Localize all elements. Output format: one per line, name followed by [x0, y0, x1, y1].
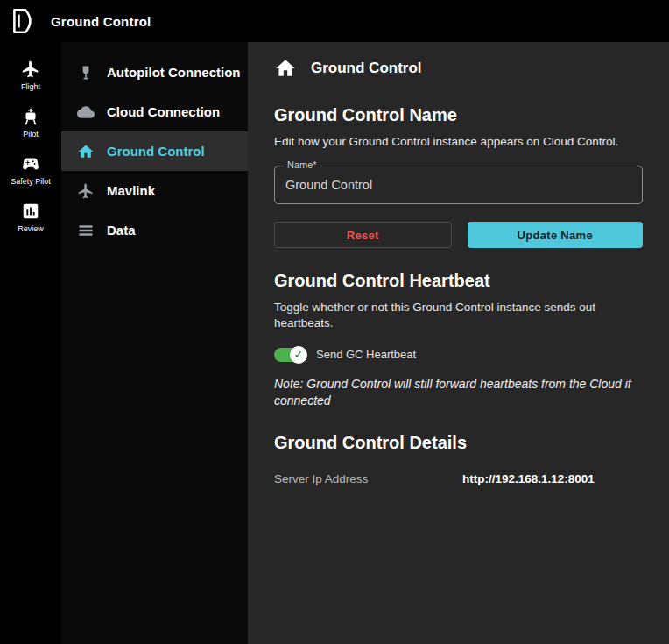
name-input[interactable] [275, 178, 642, 192]
page-header: Ground Control [274, 54, 643, 82]
detail-row-server-ip: Server Ip Address http://192.168.1.12:80… [274, 472, 643, 485]
autopilot-icon [77, 64, 95, 81]
brand-d-logo [9, 6, 39, 36]
sidebar-item-cloud-connection[interactable]: Cloud Connection [61, 92, 248, 131]
sidebar-item-label: Cloud Connection [107, 104, 220, 119]
settings-sidebar: Autopilot Connection Cloud Connection Gr… [61, 42, 248, 644]
heartbeat-toggle-row: ✓ Send GC Heartbeat [274, 348, 643, 362]
pilot-controller-icon [21, 107, 40, 126]
rail-label: Flight [21, 82, 40, 91]
main-content: Ground Control Ground Control Name Edit … [248, 42, 669, 644]
cloud-icon [77, 103, 95, 121]
sidebar-item-label: Ground Control [107, 144, 205, 159]
update-name-button[interactable]: Update Name [468, 222, 644, 248]
check-icon: ✓ [290, 346, 307, 364]
detail-value: http://192.168.1.12:8001 [462, 472, 595, 485]
top-bar: Ground Control [0, 0, 669, 42]
list-icon [77, 222, 95, 239]
detail-label: Server Ip Address [274, 472, 462, 485]
rail-label: Pilot [23, 130, 39, 138]
sidebar-item-data[interactable]: Data [61, 210, 248, 250]
airplane-icon [21, 60, 40, 79]
rail-label: Safety Pilot [11, 177, 51, 186]
rail-item-review[interactable]: Review [0, 195, 61, 242]
home-icon [274, 57, 297, 80]
app-title: Ground Control [51, 14, 151, 29]
heartbeat-note: Note: Ground Control will still forward … [274, 376, 643, 410]
name-field-label: Name* [284, 159, 320, 170]
rail-item-safety-pilot[interactable]: Safety Pilot [0, 147, 61, 195]
sidebar-item-ground-control[interactable]: Ground Control [61, 131, 248, 171]
sidebar-item-label: Autopilot Connection [107, 65, 240, 80]
sidebar-item-label: Mavlink [107, 183, 155, 198]
name-actions: Reset Update Name [274, 222, 643, 248]
name-section-heading: Ground Control Name [274, 105, 643, 125]
rail-item-pilot[interactable]: Pilot [0, 100, 61, 147]
sidebar-item-label: Data [107, 223, 136, 237]
name-section-description: Edit how your Ground Control instance ap… [274, 134, 643, 150]
heartbeat-toggle-label: Send GC Heartbeat [316, 348, 416, 361]
rail-item-flight[interactable]: Flight [0, 53, 61, 100]
heartbeat-toggle[interactable]: ✓ [274, 348, 306, 362]
heartbeat-section-heading: Ground Control Heartbeat [274, 271, 643, 291]
heartbeat-description: Toggle whether or not this Ground Contro… [274, 300, 643, 331]
airplane-icon [77, 182, 95, 200]
rail-label: Review [18, 224, 44, 233]
home-icon [77, 143, 95, 160]
name-field[interactable]: Name* [274, 166, 643, 204]
bar-chart-icon [21, 202, 40, 221]
details-section-heading: Ground Control Details [274, 433, 643, 453]
reset-button[interactable]: Reset [274, 222, 452, 248]
page-title: Ground Control [311, 60, 422, 77]
left-nav-rail: Flight Pilot Safety Pilot Review [0, 42, 61, 644]
gamepad-icon [21, 154, 40, 173]
sidebar-item-autopilot-connection[interactable]: Autopilot Connection [61, 53, 248, 92]
sidebar-item-mavlink[interactable]: Mavlink [61, 171, 248, 210]
